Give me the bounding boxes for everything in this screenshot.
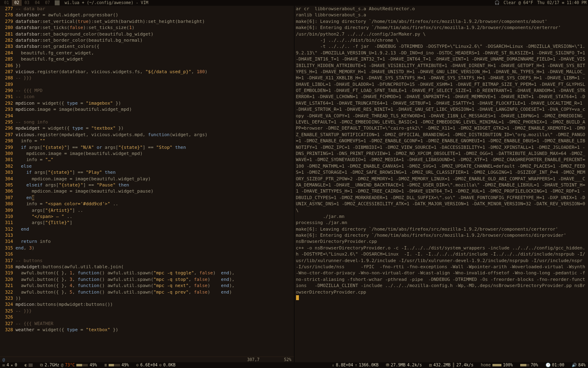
layout-icon[interactable]: [55, 0, 60, 5]
disk-icon2: ⊙: [159, 362, 162, 368]
awesome-statusbar: ✉4 ★0 ◐ ⧉2.7GHz @73°C 49% ≣49% ⊙6.6E+04 …: [0, 362, 588, 368]
tag-04[interactable]: 04: [32, 0, 42, 6]
volume-icon[interactable]: 🔊: [572, 362, 577, 368]
netdown-icon: ↓: [332, 362, 334, 368]
window-title: wi.lua + (~/.config/awesome) - VIM: [65, 0, 148, 6]
mail-count: 4: [7, 362, 9, 368]
mem-icon: ≣: [104, 362, 107, 368]
hdd-icon: ⛃: [386, 362, 389, 368]
home-pct: 100%: [503, 362, 513, 368]
netup-icon: ↑: [355, 362, 357, 368]
cpu-bar-pct: 49%: [89, 362, 97, 368]
cpu-freq: 2.7GHz: [45, 362, 59, 368]
vim-cursor-pos: 307,7: [247, 357, 259, 362]
tag-01[interactable]: 01: [2, 0, 11, 6]
vim-scroll-pct: 52%: [284, 357, 291, 362]
bat-icon: [29, 364, 33, 367]
terminal-pane[interactable]: rxvt-256color ar cr libbrowserabout_s.a …: [294, 6, 588, 362]
vim-pane[interactable]: 277-- data bar278datafsbar = awful.widge…: [0, 6, 294, 362]
volume-pct: 84%: [578, 362, 586, 368]
io-rate: 27.4k/s: [456, 362, 473, 368]
editor-content[interactable]: 277-- data bar278datafsbar = awful.widge…: [2, 6, 292, 333]
cpu-temp: 73°C: [65, 362, 75, 368]
home-label: home: [481, 362, 491, 368]
net-up: 1366.0KB: [359, 362, 379, 368]
tag-02[interactable]: 02: [12, 0, 22, 6]
hdd-val: 27.9MB: [391, 362, 405, 368]
ram-val: 432.2MB: [433, 362, 450, 368]
disk-read: 6.6E+04: [140, 362, 158, 368]
hdd-rate: 4.2k/s: [407, 362, 422, 368]
tag-list: 0102030407: [2, 0, 52, 6]
rss-count: 0: [15, 362, 17, 368]
terminal-output: ar cr libbrowserabout_s.a AboutRedirecto…: [296, 6, 587, 302]
mem-pct: 49%: [122, 362, 129, 368]
root-pct: 70%: [531, 362, 538, 368]
ram-icon: ▤: [429, 362, 432, 368]
vim-statusline: @ 307,7 52%: [0, 357, 294, 362]
terminal-cursor: [296, 295, 299, 300]
rss-icon[interactable]: ★: [11, 362, 13, 368]
cpu-icon: ⧉: [40, 362, 43, 368]
datetime-text: Thu 02/17 ≡ 11:40 PM: [537, 0, 586, 6]
tag-03[interactable]: 03: [22, 0, 32, 6]
uptime: 01:00: [552, 362, 564, 368]
tag-07[interactable]: 07: [42, 0, 52, 6]
disk-icon: ⊙: [136, 362, 139, 368]
pacman-icon[interactable]: ◐: [24, 362, 27, 368]
audio-icon[interactable]: 🎧: [494, 0, 499, 6]
weather-text: Clear @ 64°F: [503, 0, 533, 6]
net-down: 8.8E+04: [336, 362, 353, 368]
awesome-topbar: 0102030407 wi.lua + (~/.config/awesome) …: [0, 0, 588, 6]
disk-write: 0.0KB: [163, 362, 176, 368]
clock-icon: 🕐: [546, 362, 550, 368]
io-icon: ║: [452, 362, 454, 368]
mail-icon[interactable]: ✉: [2, 362, 5, 368]
